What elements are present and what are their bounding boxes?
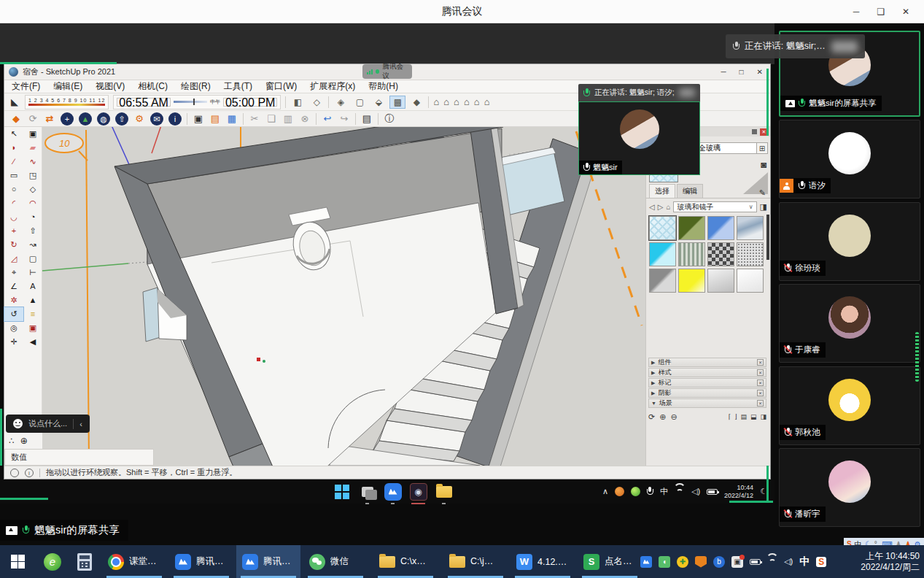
zoom-extents-tool-icon[interactable]: ✛ <box>4 335 23 349</box>
select-tool-icon[interactable]: ↖ <box>4 127 23 141</box>
menu-tools[interactable]: 工具(T) <box>224 80 252 93</box>
top-view-icon[interactable]: ⌂ <box>443 96 449 107</box>
wifi-icon[interactable] <box>675 488 685 496</box>
add-scene-icon[interactable]: ⊕ <box>659 412 666 422</box>
participant-tile[interactable]: 语汐 <box>779 120 920 199</box>
emoji-icon[interactable] <box>13 419 23 428</box>
details-icon[interactable]: ◨ <box>760 413 766 420</box>
menu-edit[interactable]: 编辑(E) <box>53 80 82 93</box>
eyedropper-icon[interactable]: ✎ <box>759 188 766 198</box>
tray-ketang-icon[interactable] <box>615 487 624 496</box>
xray-style-icon[interactable]: ◧ <box>290 96 305 108</box>
bluetooth-icon[interactable]: b <box>713 556 725 568</box>
su-minimize-icon[interactable]: ─ <box>721 68 726 76</box>
right-view-icon[interactable]: ⌂ <box>464 96 470 107</box>
axes-tool-icon[interactable]: ✲ <box>4 293 23 307</box>
alert-tray-icon[interactable]: ▣ <box>731 556 743 568</box>
walk-tool-icon[interactable]: ∴ <box>9 436 15 446</box>
paint-sample-icon[interactable]: ◙ <box>761 159 766 170</box>
material-swatch[interactable] <box>649 242 676 266</box>
rotated-rectangle-tool-icon[interactable]: ◳ <box>23 169 42 182</box>
zoom-window-tool-icon[interactable]: ▣ <box>23 321 42 335</box>
cloud-upload-icon[interactable]: ⇧ <box>115 112 128 126</box>
mail-icon[interactable]: ✉ <box>150 112 163 126</box>
tencent-meeting-taskbar-icon[interactable] <box>383 482 403 501</box>
left-view-icon[interactable]: ⌂ <box>484 96 490 107</box>
orbit-tool-icon[interactable]: ↺ <box>4 307 23 321</box>
forward-icon[interactable]: ▷ <box>658 203 664 211</box>
freehand-tool-icon[interactable]: ∿ <box>23 155 42 169</box>
meeting-control-pill[interactable]: 腾讯会议 <box>362 64 412 79</box>
menu-help[interactable]: 帮助(H) <box>368 80 398 93</box>
protractor-tool-icon[interactable]: ∠ <box>4 280 23 293</box>
sidebar-scrollbar[interactable] <box>915 332 919 382</box>
push-pull-tool-icon[interactable]: ⇧ <box>23 224 42 238</box>
taskbar-app-meeting-1[interactable]: 腾讯会议 <box>169 545 233 578</box>
add-location-icon[interactable]: + <box>61 112 74 126</box>
transfer-icon[interactable]: ⇄ <box>44 114 55 123</box>
material-swatch[interactable] <box>678 269 705 293</box>
info-circle-icon[interactable]: i <box>168 112 182 126</box>
material-swatch[interactable] <box>678 216 705 240</box>
presenter-overlay[interactable]: 正在讲话: 魍魉sir; 语汐; 魍魉sir <box>578 84 700 175</box>
shield-orange-icon[interactable] <box>695 556 707 568</box>
participant-tile[interactable]: 潘昕宇 <box>779 448 920 527</box>
taskbar-app-folder-2[interactable]: C:\j教学... <box>443 545 508 578</box>
meeting-chat-pill[interactable]: 说点什么... ‹ <box>6 415 90 433</box>
start-button-shared[interactable] <box>332 482 352 501</box>
eraser-tool-icon[interactable]: ▰ <box>23 141 42 155</box>
previous-view-tool-icon[interactable]: ◀ <box>23 335 42 349</box>
close-icon[interactable]: ✕ <box>893 7 918 17</box>
volume-icon[interactable]: ◁) <box>784 557 793 566</box>
menu-camera[interactable]: 相机(C) <box>138 80 168 93</box>
open-file-icon[interactable]: ▤ <box>209 114 221 123</box>
create-material-button[interactable]: ⊞ <box>756 142 768 154</box>
taskbar-app-folder-1[interactable]: C:\x线上... <box>373 545 438 578</box>
time-slider-track[interactable] <box>174 101 207 103</box>
tray-green-icon[interactable] <box>631 487 640 496</box>
taskbar-app-chrome[interactable]: 课堂教... <box>102 545 166 578</box>
component-tool-icon[interactable]: ▣ <box>23 127 42 141</box>
shaded-style-icon[interactable]: ⬙ <box>371 96 386 108</box>
su-restore-icon[interactable]: □ <box>739 68 744 76</box>
remove-scene-icon[interactable]: ⊖ <box>670 412 677 422</box>
look-around-tool-icon[interactable]: ⊕ <box>20 436 28 446</box>
shadow-time-slider[interactable]: 06:55 AM 中午 05:00 PM <box>113 95 281 109</box>
rectangle-tool-icon[interactable]: ▭ <box>4 169 23 182</box>
wireframe-style-icon[interactable]: ◇ <box>309 96 324 108</box>
scale-tool-icon[interactable]: ◿ <box>4 252 23 266</box>
wechat-tray-icon[interactable]: ◖ <box>659 556 670 568</box>
select-arrow-icon[interactable]: ◣ <box>9 97 20 107</box>
taskbar-clock[interactable]: 上午 10:44:50 2022/4/12/周二 <box>861 545 920 578</box>
move-tool-icon[interactable]: + <box>4 224 23 238</box>
follow-me-tool-icon[interactable]: ↝ <box>23 238 42 252</box>
panel-scrollbar[interactable] <box>766 215 769 260</box>
shield-green-icon[interactable]: ✚ <box>677 556 688 568</box>
tray-mic-icon[interactable] <box>647 487 653 496</box>
overlay-video-tile[interactable]: 魍魉sir <box>578 101 700 175</box>
participant-tile[interactable]: 郭秋池 <box>779 366 920 445</box>
material-swatch[interactable] <box>678 242 705 266</box>
battery-icon[interactable] <box>707 489 718 495</box>
material-swatch[interactable] <box>707 242 734 266</box>
wps-tray-icon[interactable]: S <box>816 557 826 567</box>
monochrome-style-icon[interactable]: ◆ <box>409 96 424 108</box>
hiddenline-style-icon[interactable]: ▢ <box>352 96 367 108</box>
volume-icon[interactable]: ◁) <box>691 487 700 496</box>
participant-tile[interactable]: 徐玢琰 <box>779 202 920 281</box>
new-file-icon[interactable]: ▣ <box>193 114 204 123</box>
panel-scenes[interactable]: ▼ 场景 ✕ <box>648 398 766 408</box>
two-point-arc-tool-icon[interactable]: ◠ <box>23 196 42 210</box>
front-view-icon[interactable]: ⌂ <box>454 96 459 107</box>
material-swatch[interactable] <box>707 216 734 240</box>
print-icon[interactable]: ▤ <box>361 114 373 123</box>
battery-icon[interactable] <box>750 559 761 565</box>
copy-icon[interactable]: ❑ <box>265 114 277 123</box>
text-tool-icon[interactable]: A <box>23 280 42 293</box>
measurements-box[interactable]: 数值 <box>4 449 154 466</box>
backedges-style-icon[interactable]: ◈ <box>333 96 348 108</box>
erase-icon[interactable]: ⊗ <box>299 114 311 123</box>
input-method-indicator[interactable]: 中 <box>799 555 810 569</box>
menu-draw[interactable]: 绘图(R) <box>181 80 211 93</box>
panel-tags[interactable]: ▶ 标记 ✕ <box>648 378 766 388</box>
